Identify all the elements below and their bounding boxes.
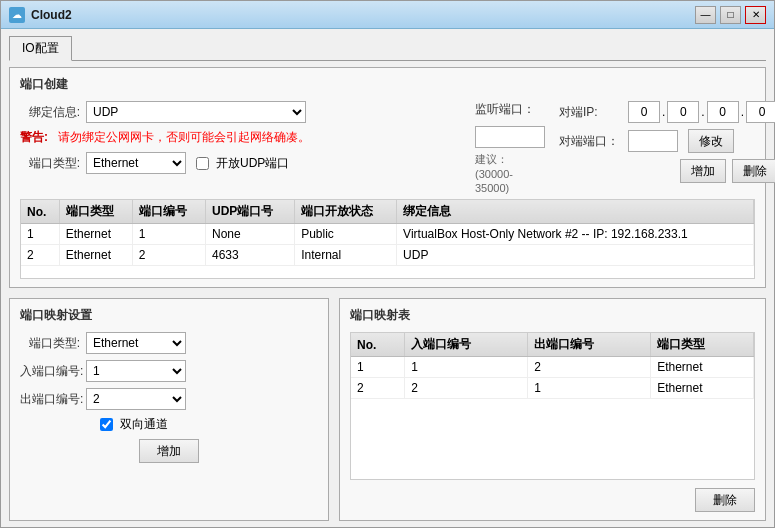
remote-port-label: 对端端口： <box>559 133 624 150</box>
map-cell-in-2: 2 <box>405 378 528 399</box>
open-udp-checkbox[interactable] <box>196 157 209 170</box>
port-creation-panel: 端口创建 绑定信息: UDP 警告: 请勿绑定公网网卡，否则可能会引起网络确凑。 <box>9 67 766 288</box>
map-cell-out-1: 2 <box>528 357 651 378</box>
port-table-header: No. 端口类型 端口编号 UDP端口号 端口开放状态 绑定信息 <box>21 200 754 224</box>
mapping-table-title: 端口映射表 <box>350 307 755 324</box>
col-state: 端口开放状态 <box>295 200 397 224</box>
right-section: 监听端口： 30000 建议： (30000-35000) 对端IP: <box>475 101 755 195</box>
map-cell-in-1: 1 <box>405 357 528 378</box>
open-udp-checkbox-label[interactable]: 开放UDP端口 <box>196 155 289 172</box>
cell-state-1: Public <box>295 224 397 245</box>
mapping-type-row: 端口类型: Ethernet <box>20 332 318 354</box>
cell-portno-2: 2 <box>132 245 205 266</box>
mapping-type-select[interactable]: Ethernet <box>86 332 186 354</box>
cell-no-1: 1 <box>21 224 59 245</box>
port-type-row: 端口类型: Ethernet 开放UDP端口 <box>20 152 465 174</box>
port-mapping-table-panel: 端口映射表 No. 入端口编号 出端口编号 端口类型 <box>339 298 766 521</box>
cell-state-2: Internal <box>295 245 397 266</box>
ip-seg-4[interactable] <box>746 101 775 123</box>
bidirectional-label[interactable]: 双向通道 <box>100 416 168 433</box>
mapping-settings-panel-inner: 端口映射设置 端口类型: Ethernet 入端口编号: 1 <box>9 298 329 521</box>
table-row[interactable]: 1 Ethernet 1 None Public VirtualBox Host… <box>21 224 754 245</box>
minimize-button[interactable]: — <box>695 6 716 24</box>
remote-ip-row: 对端IP: . . . <box>559 101 775 123</box>
listen-port-row: 监听端口： <box>475 101 545 118</box>
mapping-table-header: No. 入端口编号 出端口编号 端口类型 <box>351 333 754 357</box>
warning-label: 警告: <box>20 129 48 146</box>
listen-port-input[interactable]: 30000 <box>475 126 545 148</box>
cell-bind-1: VirtualBox Host-Only Network #2 -- IP: 1… <box>397 224 754 245</box>
mapping-add-button[interactable]: 增加 <box>139 439 199 463</box>
listen-section: 监听端口： 30000 建议： (30000-35000) <box>475 101 545 195</box>
col-port-no: 端口编号 <box>132 200 205 224</box>
port-type-label: 端口类型: <box>20 155 80 172</box>
bottom-area: 端口映射设置 端口类型: Ethernet 入端口编号: 1 <box>9 298 766 521</box>
cell-udp-2: 4633 <box>206 245 295 266</box>
bidirectional-checkbox[interactable] <box>100 418 113 431</box>
map-col-in: 入端口编号 <box>405 333 528 357</box>
restore-button[interactable]: □ <box>720 6 741 24</box>
mapping-settings-title: 端口映射设置 <box>20 307 318 324</box>
map-cell-type-1: Ethernet <box>651 357 754 378</box>
out-port-select[interactable]: 2 <box>86 388 186 410</box>
bidirectional-row: 双向通道 <box>100 416 318 433</box>
close-button[interactable]: ✕ <box>745 6 766 24</box>
col-type: 端口类型 <box>59 200 132 224</box>
suggestion-section: 建议： (30000-35000) <box>475 152 545 195</box>
main-content: IO配置 端口创建 绑定信息: UDP 警告: <box>1 29 774 527</box>
modify-button[interactable]: 修改 <box>688 129 734 153</box>
right-buttons: 增加 删除 <box>559 159 775 183</box>
mapping-delete-btn-row: 删除 <box>350 484 755 512</box>
cell-udp-1: None <box>206 224 295 245</box>
map-col-type: 端口类型 <box>651 333 754 357</box>
cell-portno-1: 1 <box>132 224 205 245</box>
port-table-container: No. 端口类型 端口编号 UDP端口号 端口开放状态 绑定信息 1 Ether… <box>20 199 755 279</box>
table-row[interactable]: 2 Ethernet 2 4633 Internal UDP <box>21 245 754 266</box>
port-mapping-settings-panel: 端口映射设置 端口类型: Ethernet 入端口编号: 1 <box>9 298 329 521</box>
right-section-inner: 监听端口： 30000 建议： (30000-35000) 对端IP: <box>475 101 755 195</box>
window-title: Cloud2 <box>31 8 695 22</box>
map-col-no: No. <box>351 333 405 357</box>
out-port-row: 出端口编号: 2 <box>20 388 318 410</box>
add-port-button[interactable]: 增加 <box>680 159 726 183</box>
in-port-select[interactable]: 1 <box>86 360 186 382</box>
ip-inputs: . . . <box>628 101 775 123</box>
left-section: 绑定信息: UDP 警告: 请勿绑定公网网卡，否则可能会引起网络确凑。 端口类型… <box>20 101 465 195</box>
ip-seg-2[interactable] <box>667 101 699 123</box>
tab-bar: IO配置 <box>9 35 766 61</box>
map-col-out: 出端口编号 <box>528 333 651 357</box>
cell-bind-2: UDP <box>397 245 754 266</box>
window-controls: — □ ✕ <box>695 6 766 24</box>
mapping-table-panel-inner: 端口映射表 No. 入端口编号 出端口编号 端口类型 <box>339 298 766 521</box>
in-port-label: 入端口编号: <box>20 363 80 380</box>
cell-type-2: Ethernet <box>59 245 132 266</box>
ip-seg-1[interactable] <box>628 101 660 123</box>
table-row[interactable]: 2 2 1 Ethernet <box>351 378 754 399</box>
map-cell-type-2: Ethernet <box>651 378 754 399</box>
remote-port-input[interactable]: 0 <box>628 130 678 152</box>
open-udp-label: 开放UDP端口 <box>216 155 289 172</box>
warning-row: 警告: 请勿绑定公网网卡，否则可能会引起网络确凑。 <box>20 129 465 146</box>
listen-port-label: 监听端口： <box>475 101 535 118</box>
remote-section: 对端IP: . . . <box>559 101 775 195</box>
col-bind: 绑定信息 <box>397 200 754 224</box>
cell-type-1: Ethernet <box>59 224 132 245</box>
table-row[interactable]: 1 1 2 Ethernet <box>351 357 754 378</box>
ip-seg-3[interactable] <box>707 101 739 123</box>
map-cell-no-2: 2 <box>351 378 405 399</box>
col-no: No. <box>21 200 59 224</box>
port-type-select[interactable]: Ethernet <box>86 152 186 174</box>
mapping-delete-button[interactable]: 删除 <box>695 488 755 512</box>
main-window: ☁ Cloud2 — □ ✕ IO配置 端口创建 绑定信息: UD <box>0 0 775 528</box>
delete-port-button[interactable]: 删除 <box>732 159 775 183</box>
bind-select[interactable]: UDP <box>86 101 306 123</box>
bidirectional-text: 双向通道 <box>120 416 168 433</box>
tab-io-config[interactable]: IO配置 <box>9 36 72 61</box>
in-port-row: 入端口编号: 1 <box>20 360 318 382</box>
map-cell-no-1: 1 <box>351 357 405 378</box>
port-creation-title: 端口创建 <box>20 76 755 93</box>
warning-text: 请勿绑定公网网卡，否则可能会引起网络确凑。 <box>58 129 310 146</box>
bind-info-label: 绑定信息: <box>20 104 80 121</box>
cell-no-2: 2 <box>21 245 59 266</box>
mapping-add-btn-row: 增加 <box>20 439 318 463</box>
